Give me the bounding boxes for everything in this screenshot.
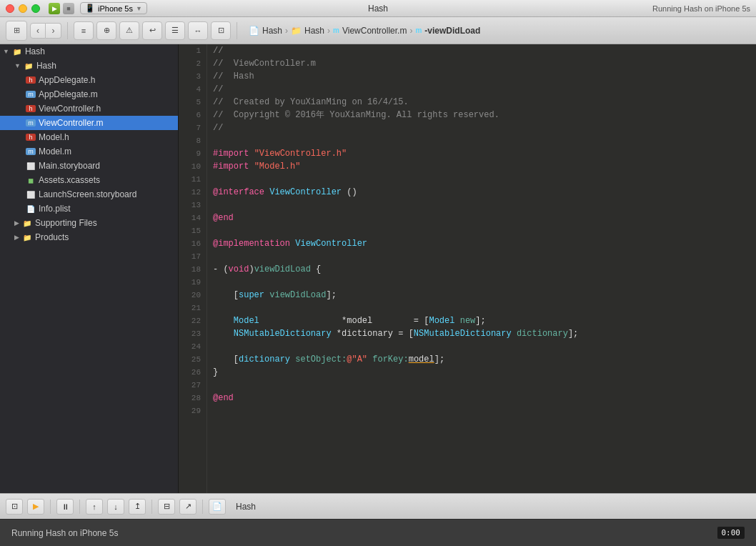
breadcrumb-hash-folder[interactable]: 📁 <box>291 26 302 36</box>
line-num-28: 28 <box>184 392 201 404</box>
line-num-6: 6 <box>184 109 201 121</box>
sidebar-supporting-label: Supporting Files <box>35 218 97 228</box>
sidebar-item-viewcontroller-m[interactable]: m ViewController.m <box>0 116 178 130</box>
sidebar-filename: Model.m <box>39 147 71 157</box>
line-num-4: 4 <box>184 83 201 96</box>
sidebar-root-hash[interactable]: ▼ 📁 Hash <box>0 44 178 59</box>
breadcrumb-hash[interactable]: Hash <box>262 26 282 36</box>
sidebar-group-hash[interactable]: ▼ 📁 Hash <box>0 59 178 73</box>
toolbar-btn-6[interactable]: ↔ <box>188 21 208 40</box>
breadcrumb-hash-icon[interactable]: 📄 <box>249 26 259 36</box>
device-selector[interactable]: 📱 iPhone 5s ▼ <box>80 2 147 14</box>
code-line-26: } <box>213 366 750 379</box>
supporting-folder-icon: 📁 <box>22 219 32 227</box>
stop-button[interactable]: ■ <box>63 3 74 14</box>
layout-grid-btn[interactable]: ⊞ <box>6 21 26 40</box>
bottom-btn-8[interactable]: ↗ <box>179 499 197 515</box>
h-file-icon: h <box>26 76 36 84</box>
toolbar-btn-7[interactable]: ⊡ <box>211 21 231 40</box>
code-line-20: [super viewDidLoad]; <box>213 289 750 302</box>
code-line-25: [dictionary setObject:@"A" forKey:model]… <box>213 353 750 366</box>
line-num-22: 22 <box>184 314 201 327</box>
line-num-1: 1 <box>184 44 201 57</box>
toolbar-btn-3[interactable]: ⚠ <box>119 21 139 40</box>
bottom-btn-3[interactable]: ⏸ <box>56 499 74 515</box>
sidebar-item-model-h[interactable]: h Model.h <box>0 130 178 144</box>
code-line-14: @end <box>213 212 750 224</box>
main-layout: ▼ 📁 Hash ▼ 📁 Hash h AppDelegate.h m AppD… <box>0 44 756 493</box>
run-button[interactable]: ▶ <box>49 3 60 14</box>
line-num-23: 23 <box>184 327 201 340</box>
time-display: 0:00 <box>717 527 745 539</box>
nav-arrows: ‹ › <box>30 23 61 39</box>
code-line-8 <box>213 134 750 147</box>
close-button[interactable] <box>6 4 14 13</box>
code-line-7: // <box>213 121 750 134</box>
m-file-icon-3: m <box>26 148 36 155</box>
bottom-btn-7[interactable]: ⊟ <box>158 499 175 515</box>
sidebar-item-assets[interactable]: ◼ Assets.xcassets <box>0 173 178 187</box>
code-content: // // ViewController.m // Hash // // Cre… <box>207 44 756 493</box>
code-editor[interactable]: 1 2 3 4 5 6 7 8 9 10 11 12 13 14 15 16 1… <box>179 44 756 493</box>
line-num-2: 2 <box>184 57 201 70</box>
line-num-8: 8 <box>184 134 201 147</box>
bottom-btn-1[interactable]: ⊡ <box>6 499 23 515</box>
nav-forward-btn[interactable]: › <box>46 23 61 39</box>
toolbar-btn-4[interactable]: ↩ <box>142 21 162 40</box>
sidebar-item-appdelegate-h[interactable]: h AppDelegate.h <box>0 73 178 87</box>
breadcrumb-icon-m2: m <box>415 26 422 34</box>
code-line-22: Model *model = [Model new]; <box>213 314 750 327</box>
toolbar-btn-2[interactable]: ⊕ <box>96 21 116 40</box>
sidebar-item-appdelegate-m[interactable]: m AppDelegate.m <box>0 87 178 101</box>
maximize-button[interactable] <box>31 4 40 13</box>
toolbar-btn-1[interactable]: ≡ <box>74 21 94 40</box>
storyboard-icon: ⬜ <box>26 162 36 170</box>
window-title: Hash <box>368 4 388 14</box>
toolbar-btn-5[interactable]: ☰ <box>165 21 185 40</box>
breadcrumb-viewcontroller[interactable]: ViewController.m <box>342 26 407 36</box>
breadcrumb-method[interactable]: -viewDidLoad <box>424 26 480 36</box>
code-line-23: NSMutableDictionary *dictionary = [NSMut… <box>213 327 750 340</box>
nav-back-btn[interactable]: ‹ <box>30 23 46 39</box>
sidebar-item-infoplist[interactable]: 📄 Info.plist <box>0 202 178 216</box>
line-num-13: 13 <box>184 199 201 212</box>
sidebar-item-viewcontroller-h[interactable]: h ViewController.h <box>0 101 178 116</box>
line-num-26: 26 <box>184 366 201 379</box>
code-line-9: #import "ViewController.h" <box>213 147 750 160</box>
bottom-btn-2[interactable]: ▶ <box>27 499 44 515</box>
code-line-6: // Copyright © 2016年 YouXianMing. All ri… <box>213 109 750 121</box>
sidebar-item-launchscreen[interactable]: ⬜ LaunchScreen.storyboard <box>0 187 178 202</box>
code-line-12: @interface ViewController () <box>213 186 750 199</box>
sidebar-filename: LaunchScreen.storyboard <box>39 189 136 199</box>
breadcrumb-sep-2: › <box>327 26 330 36</box>
code-line-27 <box>213 379 750 392</box>
layout-toggle: ⊞ <box>6 21 27 41</box>
sidebar-filename: Info.plist <box>39 204 71 214</box>
sidebar: ▼ 📁 Hash ▼ 📁 Hash h AppDelegate.h m AppD… <box>0 44 179 493</box>
bottom-btn-5[interactable]: ↓ <box>107 499 124 515</box>
products-folder-icon: 📁 <box>22 234 32 242</box>
toolbar-separator-2 <box>237 22 237 39</box>
traffic-lights <box>6 4 40 13</box>
code-line-24 <box>213 340 750 353</box>
sidebar-group-label: Hash <box>36 61 56 71</box>
code-line-4: // <box>213 83 750 96</box>
sidebar-item-model-m[interactable]: m Model.m <box>0 144 178 159</box>
bottom-btn-6[interactable]: ↥ <box>129 499 146 515</box>
assets-icon: ◼ <box>26 177 36 184</box>
bottom-btn-4[interactable]: ↑ <box>86 499 103 515</box>
breadcrumb-hash-2[interactable]: Hash <box>304 26 324 36</box>
bottom-btn-9[interactable]: 📄 <box>209 499 226 515</box>
sidebar-item-supporting-files[interactable]: ▶ 📁 Supporting Files <box>0 216 178 230</box>
sidebar-item-main-storyboard[interactable]: ⬜ Main.storyboard <box>0 159 178 173</box>
line-num-19: 19 <box>184 276 201 289</box>
statusbar: Running Hash on iPhone 5s 0:00 <box>0 519 756 546</box>
m-file-icon-2: m <box>26 119 36 126</box>
code-line-19 <box>213 276 750 289</box>
minimize-button[interactable] <box>19 4 27 13</box>
code-line-15 <box>213 224 750 237</box>
code-line-11 <box>213 173 750 186</box>
code-line-2: // ViewController.m <box>213 57 750 70</box>
sidebar-item-products[interactable]: ▶ 📁 Products <box>0 230 178 244</box>
titlebar: ▶ ■ 📱 iPhone 5s ▼ Hash Running Hash on i… <box>0 0 756 17</box>
